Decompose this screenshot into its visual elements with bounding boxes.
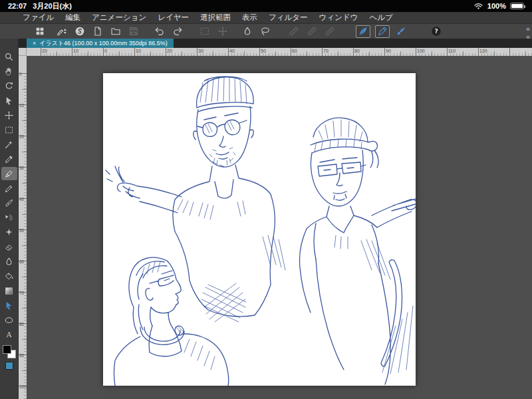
color-indicator[interactable] xyxy=(3,345,16,358)
brush-tool[interactable] xyxy=(1,196,17,209)
vertical-ruler: 0102030405060708090100 xyxy=(19,56,27,399)
battery-percent: 100% xyxy=(487,2,506,10)
select-launcher-button xyxy=(198,25,211,38)
menu-selection[interactable]: 選択範囲 xyxy=(200,13,231,23)
date: 3月20日(水) xyxy=(33,1,72,11)
zoom-tool[interactable] xyxy=(1,50,17,63)
help-button[interactable] xyxy=(430,25,443,38)
quick-pen-1-button[interactable] xyxy=(356,25,370,38)
status-bar: 22:07 3月20日(水) 100% xyxy=(0,0,532,12)
h-ruler-label: 50 xyxy=(261,49,266,53)
figure-tool[interactable] xyxy=(1,313,17,327)
v-ruler-label: 60 xyxy=(19,259,24,264)
menu-layer[interactable]: レイヤー xyxy=(158,13,189,23)
selection-tool[interactable] xyxy=(1,123,17,136)
blend-tool[interactable] xyxy=(1,255,17,268)
save-file-button xyxy=(127,25,140,38)
canvas[interactable] xyxy=(103,73,416,386)
menu-filter[interactable]: フィルター xyxy=(269,13,308,23)
clip-studio-home-button[interactable] xyxy=(73,25,86,38)
battery-icon xyxy=(510,3,524,9)
open-file-button[interactable] xyxy=(109,25,122,38)
text-tool[interactable] xyxy=(1,328,17,341)
h-ruler-label: 10 xyxy=(73,49,78,53)
horizontal-ruler: 20100102030405060708090100110120 xyxy=(27,48,532,56)
redo-button[interactable] xyxy=(171,25,184,38)
h-ruler-label: 80 xyxy=(354,49,360,53)
color-set-swatch[interactable] xyxy=(5,362,13,370)
eraser-tool[interactable] xyxy=(1,240,17,253)
quick-pen-2-button[interactable] xyxy=(375,25,390,38)
document-tab[interactable]: × イラスト46 (100.00 x 100.00mm 350dpi 86.5%… xyxy=(27,39,174,48)
h-ruler-label: 40 xyxy=(229,49,235,53)
menu-view[interactable]: 表示 xyxy=(242,13,257,23)
pencil-tool[interactable] xyxy=(1,182,17,195)
wifi-icon xyxy=(473,2,483,10)
clock: 22:07 xyxy=(8,2,27,10)
h-ruler-label: 20 xyxy=(167,49,172,53)
airbrush-tool[interactable] xyxy=(1,211,17,224)
document-tab-title: イラスト46 (100.00 x 100.00mm 350dpi 86.5%) xyxy=(39,39,167,48)
collapse-panel-chevron-1[interactable]: « xyxy=(526,25,530,33)
tool-list xyxy=(0,39,18,341)
h-ruler-label: 0 xyxy=(104,49,107,53)
workspace-grid-button[interactable] xyxy=(33,25,47,38)
canvas-artwork xyxy=(103,73,416,386)
main-color-chip[interactable] xyxy=(3,345,11,354)
v-ruler-label: 30 xyxy=(19,166,24,170)
v-ruler-label: 40 xyxy=(19,197,24,201)
menu-window[interactable]: ウィンドウ xyxy=(319,13,358,23)
snap-to-grid-button xyxy=(323,25,336,38)
new-canvas-button[interactable] xyxy=(91,25,104,38)
h-ruler-label: 20 xyxy=(42,49,47,53)
color-chips xyxy=(0,345,18,370)
v-ruler-label: 80 xyxy=(19,322,24,327)
main-toolbar xyxy=(0,24,532,39)
blend-launcher-button[interactable] xyxy=(241,25,254,38)
layer-move-tool[interactable] xyxy=(1,108,17,122)
v-ruler-label: 90 xyxy=(19,353,24,358)
menu-help[interactable]: ヘルプ xyxy=(369,13,392,23)
decoration-tool[interactable] xyxy=(1,225,17,239)
pen-tool[interactable] xyxy=(1,167,17,180)
object-tool[interactable] xyxy=(1,299,17,312)
gradient-tool[interactable] xyxy=(1,284,17,297)
rotate-view-tool[interactable] xyxy=(1,79,17,92)
canvas-viewport[interactable] xyxy=(27,56,532,399)
v-ruler-label: 20 xyxy=(19,134,24,139)
h-ruler-label: 30 xyxy=(198,49,203,53)
menu-edit[interactable]: 編集 xyxy=(65,13,80,23)
h-ruler-label: 100 xyxy=(417,49,425,53)
v-ruler-label: 70 xyxy=(19,291,24,295)
v-ruler-label: 0 xyxy=(19,72,22,76)
lasso-launcher-button[interactable] xyxy=(259,25,272,38)
h-ruler-label: 110 xyxy=(448,49,456,53)
auto-select-tool[interactable] xyxy=(1,138,17,151)
ruler-corner xyxy=(19,48,27,56)
h-ruler-label: 120 xyxy=(479,49,487,53)
v-ruler-label: 50 xyxy=(19,228,24,233)
h-ruler-label: 90 xyxy=(386,49,391,53)
move-view-tool[interactable] xyxy=(1,65,17,78)
tool-palette xyxy=(0,39,19,399)
menu-bar: ファイル編集アニメーションレイヤー選択範囲表示フィルターウィンドウヘルプ xyxy=(0,12,532,24)
menu-file[interactable]: ファイル xyxy=(23,13,54,23)
tool-size-stepper-button[interactable] xyxy=(55,25,68,38)
v-ruler-label: 10 xyxy=(19,103,24,108)
deselect-button xyxy=(216,25,229,38)
v-ruler-label: 100 xyxy=(19,384,27,389)
fill-tool[interactable] xyxy=(1,269,17,283)
operation-tool[interactable] xyxy=(1,94,17,107)
status-right: 100% xyxy=(473,2,524,10)
h-ruler-label: 60 xyxy=(292,49,297,53)
h-ruler-label: 10 xyxy=(136,49,141,53)
h-ruler-label: 70 xyxy=(323,49,329,53)
quick-brush-button[interactable] xyxy=(394,25,408,38)
close-tab-icon[interactable]: × xyxy=(33,40,36,47)
menu-animation[interactable]: アニメーション xyxy=(92,13,146,23)
eyedropper-tool[interactable] xyxy=(1,152,17,166)
snap-to-special-ruler-button xyxy=(305,25,319,38)
status-left: 22:07 3月20日(水) xyxy=(8,1,72,11)
undo-button[interactable] xyxy=(153,25,166,38)
snap-to-ruler-button xyxy=(287,25,301,38)
